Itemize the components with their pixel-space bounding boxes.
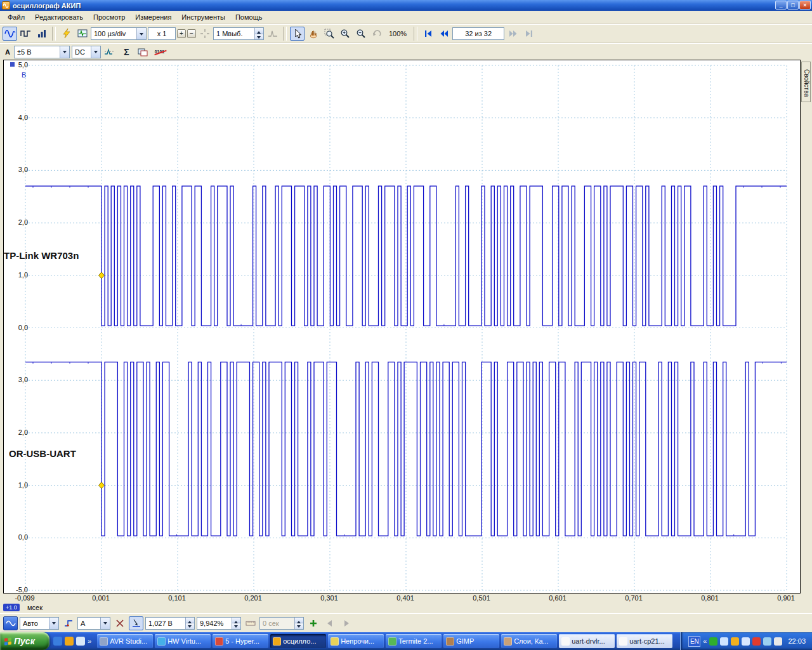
scale-decrease-button[interactable]: − [187,29,196,38]
chevron-down-icon[interactable] [100,618,110,629]
x-axis-unit: мсек [27,604,43,611]
zoom-out-button[interactable] [353,27,368,41]
last-record-button[interactable] [521,27,536,41]
menu-item-4[interactable]: Инструменты [176,12,230,22]
reference-waveform-button[interactable] [136,45,150,59]
acquisition-button[interactable] [3,616,18,630]
display-settings-button[interactable] [75,27,89,41]
spin-up-icon [294,618,303,624]
task-button-6[interactable]: GIMP [443,634,499,648]
digital-channels-button[interactable]: 0101 [152,45,167,59]
snap-to-signal-button[interactable] [129,616,143,630]
update-shield-icon[interactable] [731,637,739,646]
channel-annotation-0: TP-Link WR703n [4,250,79,261]
x-axis-label: 0,701 [625,594,643,602]
task-button-7[interactable]: Слои, Ка... [501,634,557,648]
scheduler-icon[interactable] [774,637,782,646]
tray-overflow-icon[interactable]: « [703,637,707,645]
start-label: Пуск [14,636,35,646]
maximize-button[interactable]: □ [787,1,799,10]
next-record-button[interactable] [506,27,520,41]
waveform-stats-button[interactable] [265,27,280,41]
oscilloscope-icon [273,637,281,646]
minimize-button[interactable]: _ [775,1,787,10]
spin-up-icon[interactable] [232,618,240,624]
task-buttons: AVR Studi...HW Virtu...5 - Hyper...осцил… [95,634,672,648]
previous-marker-button[interactable] [322,616,337,630]
menu-item-5[interactable]: Помощь [230,12,268,22]
task-label: uart-cp21... [629,637,665,645]
start-button[interactable]: Пуск [0,632,49,650]
task-button-4[interactable]: Непрочи... [328,634,384,648]
spin-down-icon[interactable] [254,34,263,40]
oscilloscope-launcher-icon[interactable] [65,637,74,646]
show-desktop-icon[interactable] [76,637,85,646]
title-bar[interactable]: осциллограф АКИП _ □ × [0,0,812,11]
coupling-select[interactable]: DC [72,46,101,58]
next-marker-button[interactable] [339,616,353,630]
chevron-down-icon[interactable] [49,618,58,629]
task-button-3[interactable]: осцилло... [270,634,326,648]
plot-area[interactable]: В TP-Link WR703nOR-USB-UART5,04,03,02,01… [3,60,801,594]
sample-depth-spinner[interactable]: 1 Мвыб. [213,27,264,40]
menu-item-3[interactable]: Измерения [130,12,176,22]
cursor-tool-button[interactable] [112,616,127,630]
task-button-2[interactable]: 5 - Hyper... [213,634,268,648]
close-button[interactable]: × [799,1,811,10]
fit-view-button[interactable] [197,27,212,41]
undo-zoom-button[interactable] [369,27,384,41]
record-position-field[interactable]: 32 из 32 [452,27,504,40]
chevron-down-icon[interactable] [60,46,69,58]
pan-tool-button[interactable] [306,27,320,41]
menu-item-0[interactable]: Файл [3,12,30,22]
add-marker-button[interactable] [306,616,320,630]
menu-item-2[interactable]: Просмотр [88,12,130,22]
menu-item-1[interactable]: Редактировать [30,12,88,22]
spectrum-mode-button[interactable] [34,27,49,41]
scale-field[interactable]: x 1 [148,27,176,40]
y-axis-unit: В [22,71,26,79]
pointer-tool-button[interactable] [290,27,304,41]
messenger-icon[interactable] [752,637,761,646]
internet-icon[interactable] [53,637,62,646]
trigger-level-spinner[interactable]: 1,027 В [145,617,195,630]
quicklaunch-overflow-icon[interactable]: » [88,637,91,645]
trigger-source-select[interactable]: A [77,617,110,630]
logic-mode-button[interactable] [18,27,33,41]
zoom-in-button[interactable] [337,27,352,41]
task-button-0[interactable]: AVR Studi... [97,634,153,648]
pretrigger-spinner[interactable]: 9,942% [197,617,241,630]
spin-up-icon[interactable] [254,28,263,34]
chevron-down-icon[interactable] [91,46,100,58]
task-button-1[interactable]: HW Virtu... [155,634,211,648]
properties-tab[interactable]: Свойства [801,62,811,102]
zoom-window-button[interactable] [322,27,336,41]
spin-down-icon[interactable] [232,623,240,629]
spin-up-icon[interactable] [185,618,194,624]
voltage-range-select[interactable]: ±5 В [14,46,70,58]
scope-mode-button[interactable] [3,27,17,41]
trigger-edge-button[interactable] [61,616,75,630]
task-button-5[interactable]: Termite 2... [386,634,442,648]
scale-increase-button[interactable]: + [177,29,186,38]
antivirus-icon[interactable] [709,637,717,646]
task-label: Termite 2... [398,637,433,645]
task-button-9[interactable]: uart-cp21... [617,634,672,648]
autosetup-button[interactable] [59,27,74,41]
trigger-mode-select[interactable]: Авто [20,617,59,630]
spin-down-icon[interactable] [185,623,194,629]
taskbar-clock[interactable]: 22:03 [788,637,806,645]
volume-icon[interactable] [742,637,750,646]
usb-device-icon[interactable] [763,637,771,646]
holdoff-button[interactable] [243,616,258,630]
math-channel-button[interactable]: Σ [119,45,134,59]
network-icon[interactable] [720,637,728,646]
timebase-select[interactable]: 100 µs/div [91,27,147,40]
application-window: осциллограф АКИП _ □ × ФайлРедактировать… [0,0,812,650]
task-button-8[interactable]: uart-drvlr... [559,634,615,648]
first-record-button[interactable] [421,27,435,41]
chevron-down-icon[interactable] [136,28,146,39]
channel-options-button[interactable] [103,45,117,59]
previous-record-button[interactable] [436,27,451,41]
language-indicator[interactable]: EN [688,636,700,647]
